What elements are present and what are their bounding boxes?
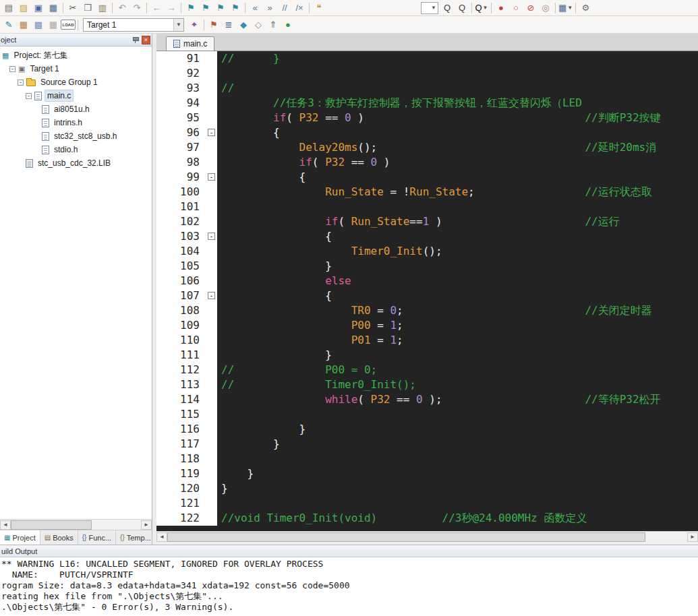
open-file-icon[interactable]: ▨ xyxy=(16,1,31,15)
code-line[interactable]: 106 else xyxy=(156,274,698,288)
find-icon[interactable]: Q xyxy=(455,1,469,15)
code-line[interactable]: 91// } xyxy=(156,51,698,66)
code-line[interactable]: 120} xyxy=(156,481,698,496)
tree-item-ai8051u-h[interactable]: ai8051u.h xyxy=(0,102,152,116)
save-all-icon[interactable]: ▦ xyxy=(46,1,61,15)
bookmark-prev-icon[interactable]: ⚑ xyxy=(198,1,213,15)
editor-tab-main-c[interactable]: main.c xyxy=(166,36,214,51)
comment-selection-icon[interactable]: // xyxy=(277,1,292,15)
quick-search-combo[interactable]: ▼ xyxy=(421,2,438,14)
pin-icon[interactable] xyxy=(132,36,140,44)
bookmark-clear-icon[interactable]: ⚑ xyxy=(228,1,243,15)
panel-tab-books[interactable]: ▤Books xyxy=(40,530,78,545)
tree-item-source-group-1[interactable]: -Source Group 1 xyxy=(0,75,152,89)
debug-flag-icon[interactable]: ⚑ xyxy=(206,18,221,32)
navigate-back-icon[interactable]: ← xyxy=(149,1,164,15)
code-line[interactable]: 111 } xyxy=(156,348,698,363)
chevron-down-icon[interactable]: ▼ xyxy=(173,19,183,31)
tree-item-stc32-stc8-usb-h[interactable]: stc32_stc8_usb.h xyxy=(0,129,152,143)
code-line[interactable]: 96- { xyxy=(156,125,698,140)
editor-hscrollbar[interactable]: ◄ ► xyxy=(156,531,698,542)
cut-icon[interactable]: ✂ xyxy=(65,1,80,15)
window-layout-icon[interactable]: ▦▼ xyxy=(558,1,573,15)
code-line[interactable]: 113// Timer0_Init(); xyxy=(156,377,698,392)
project-items-icon[interactable]: ≣ xyxy=(221,18,236,32)
code-line[interactable]: 114 while( P32 == 0 );//等待P32松开 xyxy=(156,392,698,407)
code-line[interactable]: 119 } xyxy=(156,466,698,481)
code-line[interactable]: 99- { xyxy=(156,170,698,185)
breakpoint-toggle-icon[interactable]: ● xyxy=(494,1,508,15)
code-line[interactable]: 94 //任务3：救护车灯控制器，按下报警按钮，红蓝交替闪烁（LED xyxy=(156,96,698,111)
code-line[interactable]: 121 xyxy=(156,496,698,511)
fold-toggle-icon[interactable]: - xyxy=(208,233,215,240)
fold-toggle-icon[interactable]: - xyxy=(208,129,215,136)
code-editor[interactable]: 91// }9293//94 //任务3：救护车灯控制器，按下报警按钮，红蓝交替… xyxy=(156,51,698,531)
code-line[interactable]: 101 xyxy=(156,199,698,214)
undo-icon[interactable]: ↶ xyxy=(115,1,129,15)
panel-tab-project[interactable]: ▦Project xyxy=(0,530,40,545)
code-line[interactable]: 115 xyxy=(156,407,698,422)
code-line[interactable]: 92 xyxy=(156,66,698,81)
tree-expander[interactable]: - xyxy=(18,80,24,86)
chevron-down-icon[interactable]: ▼ xyxy=(431,5,436,11)
code-line[interactable]: 97 Delay20ms();//延时20ms消 xyxy=(156,140,698,155)
code-line[interactable]: 103- { xyxy=(156,229,698,244)
manage-rte-icon[interactable]: ◆ xyxy=(236,18,251,32)
code-line[interactable]: 122//void Timer0_Init(void)//3秒@24.000MH… xyxy=(156,511,698,526)
copy-icon[interactable]: ❒ xyxy=(80,1,95,15)
code-line[interactable]: 108 TR0 = 0;//关闭定时器 xyxy=(156,303,698,318)
navigate-forward-icon[interactable]: → xyxy=(164,1,179,15)
paste-icon[interactable]: ▥ xyxy=(95,1,110,15)
find-magnifier-icon[interactable]: Q▼ xyxy=(474,1,489,15)
tree-item-target-1[interactable]: -▣Target 1 xyxy=(0,62,152,75)
tree-item-stdio-h[interactable]: stdio.h xyxy=(0,143,152,156)
scroll-right-button[interactable]: ► xyxy=(141,520,152,530)
code-line[interactable]: 118 xyxy=(156,452,698,466)
panel-tab-temp[interactable]: {}Temp... xyxy=(116,530,156,545)
options-for-target-icon[interactable]: ✦ xyxy=(187,18,202,32)
configure-icon[interactable]: ⚙ xyxy=(578,1,593,15)
editor-output-splitter[interactable] xyxy=(156,542,698,545)
target-select[interactable]: Target 1 ▼ xyxy=(83,18,184,32)
breakpoint-disable-icon[interactable]: ○ xyxy=(508,1,523,15)
download-icon[interactable]: LOAD xyxy=(61,20,76,30)
scrollbar-thumb[interactable] xyxy=(11,520,92,530)
code-line[interactable]: 104 Timer0_Init(); xyxy=(156,244,698,259)
rebuild-all-icon[interactable]: ▩ xyxy=(31,18,46,32)
save-icon[interactable]: ▣ xyxy=(31,1,46,15)
fold-toggle-icon[interactable]: - xyxy=(208,173,215,181)
ok-status-icon[interactable]: ● xyxy=(281,18,295,32)
code-line[interactable]: 117 } xyxy=(156,437,698,452)
load-direction-icon[interactable]: ⇑ xyxy=(266,18,281,32)
scroll-left-button[interactable]: ◄ xyxy=(156,532,167,542)
code-line[interactable]: 112// P00 = 0; xyxy=(156,363,698,377)
redo-icon[interactable]: ↷ xyxy=(129,1,144,15)
code-line[interactable]: 102 if( Run_State==1 )//运行 xyxy=(156,214,698,229)
translate-file-icon[interactable]: ✎ xyxy=(1,18,16,32)
panel-tab-func[interactable]: {}Func... xyxy=(78,530,116,545)
code-line[interactable]: 105 } xyxy=(156,259,698,274)
uncomment-selection-icon[interactable]: /× xyxy=(292,1,307,15)
find-in-files-icon[interactable]: Q xyxy=(440,1,455,15)
outdent-icon[interactable]: « xyxy=(248,1,262,15)
code-line[interactable]: 95 if( P32 == 0 )//判断P32按键 xyxy=(156,111,698,125)
bookmark-next-icon[interactable]: ⚑ xyxy=(213,1,228,15)
chevron-down-icon[interactable]: ▼ xyxy=(483,5,488,11)
code-line[interactable]: 98 if( P32 == 0 ) xyxy=(156,155,698,170)
close-icon[interactable]: × xyxy=(142,36,150,44)
code-line[interactable]: 109 P00 = 1; xyxy=(156,318,698,333)
chevron-down-icon[interactable]: ▼ xyxy=(567,5,573,11)
code-line[interactable]: 100 Run_State = !Run_State;//运行状态取 xyxy=(156,185,698,199)
code-line[interactable]: 116 } xyxy=(156,422,698,437)
new-file-icon[interactable]: ▤ xyxy=(1,1,16,15)
tree-expander[interactable]: - xyxy=(9,66,16,72)
project-hscrollbar[interactable]: ◄ ► xyxy=(0,519,152,530)
bookmark-toggle-icon[interactable]: ⚑ xyxy=(183,1,198,15)
code-line[interactable]: 93// xyxy=(156,81,698,96)
scrollbar-thumb[interactable] xyxy=(167,532,645,542)
tree-item-project[interactable]: ▦Project: 第七集 xyxy=(0,49,152,62)
breakpoint-enable-all-icon[interactable]: ◎ xyxy=(538,1,553,15)
code-line[interactable]: 110 P01 = 1; xyxy=(156,333,698,348)
configure-flash-icon[interactable]: ◇ xyxy=(251,18,266,32)
scroll-right-button[interactable]: ► xyxy=(687,532,698,542)
